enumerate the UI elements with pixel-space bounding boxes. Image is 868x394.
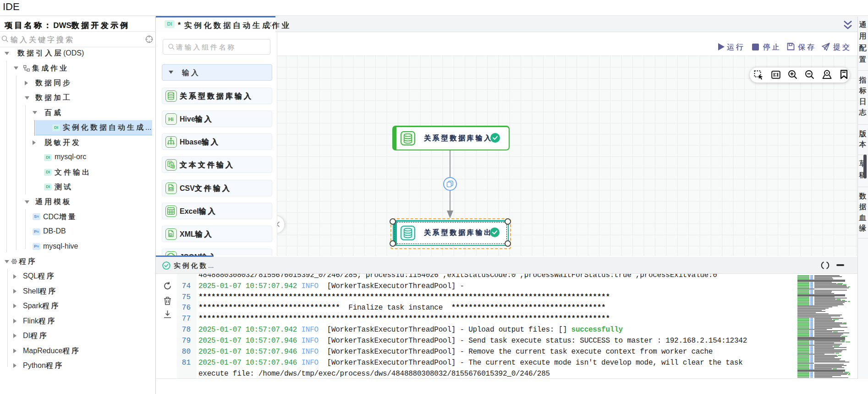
svg-text:Hi: Hi: [168, 116, 174, 122]
svg-text:x: x: [170, 233, 171, 236]
svg-text:CSV: CSV: [170, 188, 173, 189]
